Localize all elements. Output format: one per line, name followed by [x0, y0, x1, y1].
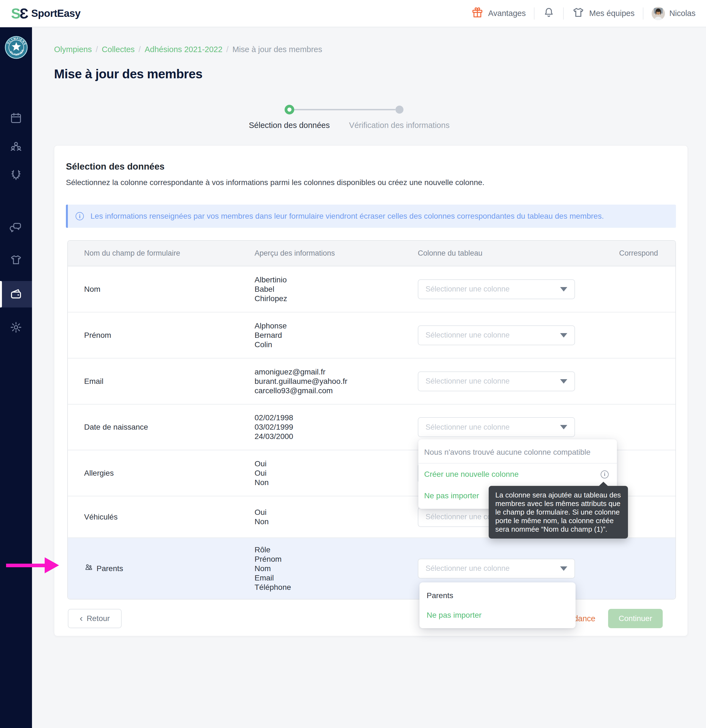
chat-icon [10, 221, 22, 235]
gear-icon [10, 321, 22, 335]
members-icon [10, 140, 22, 154]
advantages-button[interactable]: Avantages [471, 6, 526, 21]
back-button[interactable]: ‹ Retour [68, 609, 121, 628]
stepper-step1-label: Sélection des données [234, 121, 344, 130]
field-name-cell: Date de naissance [68, 404, 248, 450]
column-header-column: Colonne du tableau [411, 249, 581, 257]
stepper-dot-upcoming [396, 105, 403, 114]
sidebar-item-payments[interactable] [0, 281, 32, 308]
create-column-info-icon[interactable]: i [601, 471, 609, 478]
table-row: Parents RôlePrénomNomEmailTéléphone Séle… [68, 538, 676, 599]
stepper-step2-label: Vérification des informations [336, 121, 463, 130]
column-select-cell: Sélectionner une colonne [411, 358, 581, 404]
preview-cell: OuiOuiNon [248, 450, 411, 496]
stepper-connector [294, 109, 396, 110]
avatar [652, 7, 665, 20]
main-content: Olympiens/Collectes/Adhésions 2021-2022/… [32, 27, 706, 636]
column-select-cell: Sélectionner une colonne [411, 266, 581, 312]
dropdown-create-column-option[interactable]: Créer une nouvelle colonne i [418, 464, 617, 485]
table-row: Prénom AlphonseBernardColin Sélectionner… [68, 312, 676, 358]
breadcrumb-link-adhesions[interactable]: Adhésions 2021-2022 [144, 45, 222, 54]
column-select[interactable]: Sélectionner une colonne [418, 371, 575, 391]
continue-button[interactable]: Continuer [608, 609, 663, 628]
sidebar-item-equipment[interactable] [0, 247, 32, 273]
wallet-icon [10, 287, 22, 301]
shirt-icon [10, 253, 22, 267]
column-select[interactable]: Sélectionner une colonne [418, 559, 575, 579]
table-body: Nom AlbertinioBabelChirlopez Sélectionne… [68, 266, 676, 599]
header-divider [643, 7, 643, 20]
field-name: Prénom [84, 331, 111, 340]
header-divider [563, 7, 564, 20]
field-name-cell: Prénom [68, 312, 248, 358]
chevron-down-icon [560, 379, 567, 384]
notifications-button[interactable] [543, 6, 555, 20]
page-title: Mise à jour des membres [54, 66, 706, 81]
header-divider [534, 7, 534, 20]
column-select[interactable]: Sélectionner une colonne [418, 417, 575, 437]
field-name: Parents [97, 564, 123, 573]
chevron-down-icon [560, 425, 567, 429]
field-name: Nom [84, 285, 100, 294]
sidebar-item-settings[interactable] [0, 315, 32, 341]
gift-icon [471, 6, 484, 21]
sidebar-item-competitions[interactable] [0, 162, 32, 189]
column-select[interactable]: Sélectionner une colonne [418, 279, 575, 299]
user-menu[interactable]: Nicolas [652, 7, 696, 20]
info-banner: i Les informations renseignées par vos m… [66, 205, 676, 228]
column-select[interactable]: Sélectionner une colonne [418, 325, 575, 345]
match-cell [581, 538, 676, 599]
field-name: Email [84, 377, 103, 386]
preview-cell: AlphonseBernardColin [248, 312, 411, 358]
sidebar-item-members[interactable] [0, 134, 32, 160]
preview-cell: amoniguez@gmail.frburant.guillaume@yahoo… [248, 358, 411, 404]
sidebar: OLYMPIENS OLYMPIENS [0, 27, 32, 728]
calendar-icon [10, 112, 22, 126]
dropdown-empty-message: Nous n'avons trouvé aucune colonne compa… [418, 442, 617, 463]
dropdown-option-parents[interactable]: Parents [419, 586, 576, 605]
column-header-preview: Aperçu des informations [248, 249, 411, 257]
mapping-table: Nom du champ de formulaire Aperçu des in… [67, 240, 676, 599]
preview-cell: OuiNon [248, 496, 411, 537]
card-footer: ‹ Retour dance Continuer [54, 599, 687, 637]
bell-icon [543, 6, 555, 20]
match-cell [581, 358, 676, 404]
table-row: Nom AlbertinioBabelChirlopez Sélectionne… [68, 266, 676, 312]
correspondence-link-fragment[interactable]: dance [574, 614, 595, 623]
card-title: Sélection des données [54, 146, 687, 172]
sidebar-item-calendar[interactable] [0, 105, 32, 132]
breadcrumb-link-club[interactable]: Olympiens [54, 45, 92, 54]
table-row: Email amoniguez@gmail.frburant.guillaume… [68, 358, 676, 404]
breadcrumb-link-collectes[interactable]: Collectes [102, 45, 134, 54]
create-column-tooltip: La colonne sera ajoutée au tableau des m… [489, 486, 628, 539]
preview-cell: 02/02/199803/02/199924/03/2000 [248, 404, 411, 450]
chevron-left-icon: ‹ [80, 613, 83, 623]
chevron-down-icon [560, 333, 567, 338]
field-name: Véhiculés [84, 513, 117, 521]
column-header-match: Correspond [581, 249, 676, 257]
my-teams-button[interactable]: Mes équipes [572, 6, 634, 21]
club-badge-olympiens[interactable]: OLYMPIENS OLYMPIENS [4, 35, 28, 59]
field-name: Allergies [84, 469, 114, 478]
dropdown-option-skip[interactable]: Ne pas importer [419, 605, 576, 625]
field-name-cell: Parents [68, 538, 248, 599]
match-cell [581, 266, 676, 312]
field-name-cell: Véhiculés [68, 496, 248, 537]
breadcrumb: Olympiens/Collectes/Adhésions 2021-2022/… [32, 27, 706, 54]
sporteasy-logo-mark: SƐ [11, 6, 27, 21]
sidebar-item-messages[interactable] [0, 215, 32, 241]
stepper-dot-active [284, 105, 294, 114]
chevron-down-icon [560, 566, 567, 571]
info-banner-text: Les informations renseignées par vos mem… [91, 212, 604, 221]
sporteasy-logo[interactable]: SƐ SportEasy [11, 6, 81, 21]
column-header-field: Nom du champ de formulaire [68, 249, 248, 257]
table-header-row: Nom du champ de formulaire Aperçu des in… [68, 241, 676, 266]
shirt-icon [572, 6, 585, 21]
match-cell [581, 312, 676, 358]
info-icon: i [75, 212, 84, 220]
preview-cell: AlbertinioBabelChirlopez [248, 266, 411, 312]
field-name-cell: Allergies [68, 450, 248, 496]
column-dropdown-menu-parents: Parents Ne pas importer [419, 582, 576, 628]
top-header: SƐ SportEasy Avantages [0, 0, 706, 27]
laurel-icon [10, 169, 22, 182]
